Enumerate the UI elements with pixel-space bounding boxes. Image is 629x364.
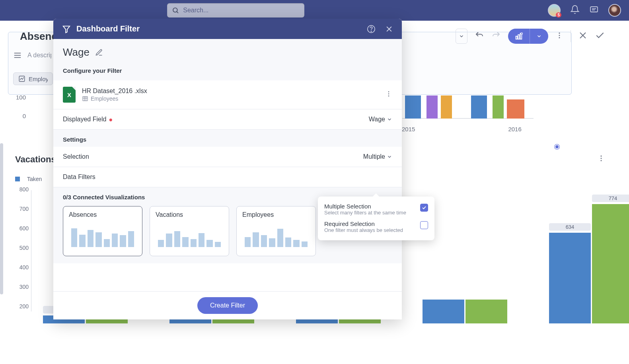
- data-filters-label: Data Filters: [63, 173, 95, 181]
- chat-icon[interactable]: [589, 5, 599, 16]
- add-viz-button[interactable]: [508, 29, 548, 44]
- search-icon: [172, 6, 179, 14]
- dialog-body: X HR Dataset_2016 .xlsx Employees Displa…: [53, 80, 402, 291]
- confirm-button[interactable]: [595, 30, 605, 42]
- tick-label: 2016: [508, 126, 521, 132]
- option-required-selection[interactable]: Required Selection One filter must alway…: [324, 218, 428, 236]
- bar: [426, 95, 438, 119]
- tick-label: 100: [16, 94, 26, 101]
- vacations-yaxis: 800 700 600 500 400 300 200: [15, 186, 29, 309]
- option-subtitle: Select many filters at the same time: [324, 210, 415, 216]
- configure-label: Configure your Filter: [63, 67, 392, 74]
- tick-label: 700: [15, 206, 29, 212]
- svg-rect-2: [590, 7, 598, 12]
- bar: [405, 95, 421, 119]
- user-avatar-1[interactable]: 5: [548, 4, 561, 17]
- chip-label: Employee: [29, 76, 48, 82]
- option-title: Required Selection: [324, 220, 415, 227]
- cancel-button[interactable]: [578, 31, 588, 42]
- filter-chips: Employee: [13, 72, 53, 85]
- legend-label: Taken: [27, 176, 42, 182]
- selection-value[interactable]: Multiple: [363, 153, 392, 160]
- svg-point-22: [601, 160, 602, 161]
- svg-point-21: [601, 158, 602, 159]
- viz-card-title: Employees: [242, 211, 310, 218]
- chip-employee[interactable]: Employee: [13, 72, 53, 85]
- displayed-field-value[interactable]: Wage: [369, 116, 392, 123]
- bell-icon[interactable]: [570, 5, 580, 16]
- bar-label: 774: [592, 195, 629, 202]
- svg-rect-6: [518, 35, 520, 39]
- svg-point-32: [388, 91, 389, 92]
- absences-bars: [405, 94, 524, 119]
- excel-file-icon: X: [63, 87, 76, 103]
- svg-point-34: [388, 95, 389, 97]
- chevron-down-icon: [387, 154, 392, 160]
- dataset-more-button[interactable]: [385, 90, 392, 99]
- selection-row[interactable]: Selection Multiple: [53, 147, 402, 167]
- source-dropdown[interactable]: [456, 29, 467, 44]
- bar: [493, 95, 504, 119]
- viz-card-vacations[interactable]: Vacations: [150, 206, 229, 256]
- option-multiple-selection[interactable]: Multiple Selection Select many filters a…: [324, 200, 428, 218]
- resize-handle[interactable]: [555, 144, 559, 149]
- svg-rect-5: [516, 36, 518, 39]
- undo-button[interactable]: [475, 31, 484, 42]
- selection-label: Selection: [63, 153, 89, 160]
- bar: [471, 95, 487, 119]
- viz-card-employees[interactable]: Employees: [236, 206, 316, 256]
- dataset-name: HR Dataset_2016 .xlsx: [82, 88, 147, 95]
- svg-marker-23: [63, 26, 70, 33]
- search-input[interactable]: [183, 7, 300, 14]
- tick-label: 200: [15, 303, 29, 309]
- top-navbar: 5: [0, 0, 629, 21]
- tick-label: 500: [15, 245, 29, 251]
- user-avatar-2[interactable]: [608, 4, 621, 17]
- dialog-footer: Create Filter: [53, 291, 402, 319]
- svg-rect-28: [83, 97, 88, 101]
- viz-card-title: Absences: [69, 211, 136, 218]
- dashboard-actions: [456, 29, 605, 44]
- dialog-header: Dashboard Filter: [53, 19, 402, 39]
- tick-label: 800: [15, 186, 29, 193]
- settings-header: Settings: [53, 130, 402, 147]
- checkbox-checked[interactable]: [420, 204, 428, 212]
- panel-more-button[interactable]: [597, 154, 605, 164]
- dialog-subheader: Wage Configure your Filter: [53, 39, 402, 80]
- viz-card-absences[interactable]: Absences: [63, 206, 142, 256]
- dialog-title: Dashboard Filter: [76, 24, 140, 33]
- tick-label: 0: [16, 113, 26, 119]
- filter-icon: [62, 25, 71, 33]
- divider: [571, 30, 571, 42]
- data-filters-row[interactable]: Data Filters: [53, 167, 402, 187]
- hamburger-icon[interactable]: [13, 51, 22, 60]
- dataset-row: X HR Dataset_2016 .xlsx Employees: [53, 80, 402, 109]
- close-icon[interactable]: [385, 25, 393, 33]
- displayed-field-label: Displayed Field •: [63, 116, 113, 123]
- more-menu-button[interactable]: [555, 31, 563, 41]
- help-icon[interactable]: [367, 25, 376, 33]
- svg-point-0: [173, 8, 177, 12]
- dashboard-filter-dialog: Dashboard Filter Wage Configure your Fil…: [53, 19, 402, 319]
- table-icon: [82, 95, 88, 102]
- dataset-table: Employees: [82, 95, 147, 102]
- edit-icon[interactable]: [95, 49, 103, 56]
- mini-chart: [69, 223, 136, 247]
- svg-point-25: [371, 31, 371, 31]
- bar: [441, 95, 452, 119]
- absences-xaxis: 2015 2016: [402, 126, 522, 132]
- redo-button[interactable]: [491, 31, 501, 42]
- description-placeholder[interactable]: A descrip: [27, 52, 51, 59]
- displayed-field-row[interactable]: Displayed Field • Wage: [53, 109, 402, 130]
- notification-badge: 5: [556, 12, 561, 18]
- chart-chip-icon: [18, 75, 25, 82]
- create-filter-button[interactable]: Create Filter: [197, 297, 258, 314]
- mini-chart: [156, 223, 223, 247]
- global-search[interactable]: [167, 3, 304, 18]
- svg-point-20: [601, 156, 602, 157]
- chevron-down-icon: [387, 117, 392, 122]
- checkbox-unchecked[interactable]: [420, 221, 428, 229]
- scroll-thumb[interactable]: [0, 143, 3, 294]
- legend-swatch: [15, 177, 20, 181]
- mini-chart: [242, 223, 310, 247]
